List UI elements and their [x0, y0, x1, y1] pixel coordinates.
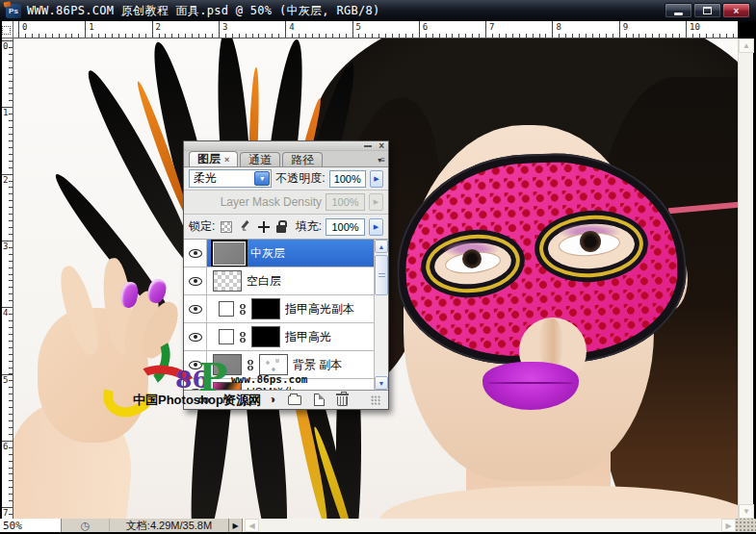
- ruler-major-tick: [285, 21, 286, 38]
- layer-list-scrollbar[interactable]: ▲ ▼: [374, 240, 388, 390]
- tab-paths[interactable]: 路径: [282, 152, 323, 166]
- maximize-icon: [703, 7, 712, 14]
- close-button[interactable]: ×: [722, 3, 750, 18]
- layer-thumbnail[interactable]: [219, 301, 234, 317]
- lock-position-icon[interactable]: [258, 221, 270, 233]
- ruler-left: 01234567: [2, 38, 13, 519]
- tab-layers-label: 图层: [197, 151, 221, 167]
- layer-row-main[interactable]: 中灰层: [207, 240, 374, 267]
- lock-label: 锁定:: [189, 218, 215, 235]
- blend-mode-select[interactable]: 柔光 ▼: [189, 169, 272, 188]
- eye-icon[interactable]: [189, 249, 202, 258]
- lock-transparency-icon[interactable]: [221, 221, 232, 233]
- title-bar[interactable]: Ps WWW.86PS.COM 原创教程 面具.psd @ 50% (中灰层, …: [0, 0, 756, 21]
- canvas-vertical-scrollbar[interactable]: ▲ ▼: [738, 38, 753, 519]
- layer-mask-thumbnail[interactable]: [259, 354, 288, 375]
- panel-resize-grip[interactable]: [371, 395, 380, 405]
- visibility-cell[interactable]: [184, 295, 207, 322]
- ruler-number: 4: [3, 308, 8, 318]
- version-cue-icon[interactable]: ◷: [62, 519, 110, 532]
- tab-channels[interactable]: 通道: [240, 152, 280, 166]
- scrollbar-thumb[interactable]: [375, 255, 388, 295]
- scroll-up-button[interactable]: ▲: [739, 38, 754, 53]
- layer-row[interactable]: 中灰层: [184, 240, 374, 267]
- visibility-cell[interactable]: [184, 240, 207, 267]
- maximize-button[interactable]: [693, 3, 721, 18]
- photoshop-window: Ps WWW.86PS.COM 原创教程 面具.psd @ 50% (中灰层, …: [0, 0, 756, 534]
- chevron-up-icon: ▲: [378, 243, 385, 250]
- photoshop-app-icon: Ps: [6, 4, 21, 18]
- blend-mode-value: 柔光: [194, 170, 217, 187]
- ruler-major-tick: [485, 21, 486, 38]
- layer-name[interactable]: 指甲高光副本: [285, 301, 354, 318]
- layer-row-main[interactable]: 指甲高光副本: [207, 295, 374, 322]
- mask-density-row: Layer Mask Density 100% ▶: [184, 191, 388, 215]
- layer-thumbnail[interactable]: [213, 242, 246, 266]
- layer-thumbnail[interactable]: [219, 329, 234, 344]
- ruler-top: 012345678910: [13, 21, 738, 38]
- opacity-slider-button[interactable]: ▶: [370, 170, 383, 188]
- status-bar: 50% ◷ 文档:4.29M/35.8M ▶ ◀ ▶: [0, 519, 756, 532]
- zoom-level-field[interactable]: 50%: [0, 519, 62, 532]
- eye-icon[interactable]: [189, 305, 202, 314]
- layer-name[interactable]: 空白层: [247, 273, 281, 290]
- ruler-number: 4: [289, 22, 294, 32]
- layer-row-main[interactable]: 指甲高光: [207, 323, 374, 350]
- link-mask-icon[interactable]: [247, 358, 254, 372]
- adjustment-layer-icon[interactable]: ◑: [269, 394, 275, 405]
- link-mask-icon[interactable]: [239, 302, 247, 317]
- panel-header[interactable]: ×: [184, 141, 388, 151]
- layer-mask-thumbnail[interactable]: [251, 326, 280, 347]
- scroll-down-button[interactable]: ▼: [739, 504, 754, 519]
- layer-name[interactable]: 背景 副本: [293, 357, 342, 373]
- window-title: WWW.86PS.COM 原创教程 面具.psd @ 50% (中灰层, RGB…: [27, 3, 665, 19]
- new-group-icon[interactable]: [288, 395, 301, 405]
- panel-minimize-icon[interactable]: [364, 145, 372, 147]
- link-mask-icon[interactable]: [239, 330, 247, 344]
- ruler-number: 6: [3, 442, 8, 451]
- ruler-number: 10: [690, 22, 700, 32]
- scroll-down-button[interactable]: ▼: [375, 376, 388, 390]
- minimize-button[interactable]: [665, 3, 692, 18]
- ruler-origin-box[interactable]: [2, 21, 13, 38]
- lock-paint-icon[interactable]: [239, 220, 251, 233]
- scroll-left-button[interactable]: ◀: [245, 519, 259, 532]
- ruler-major-tick: [18, 21, 19, 38]
- opacity-field[interactable]: 100%: [329, 170, 366, 188]
- layer-row[interactable]: 指甲高光副本: [184, 295, 374, 323]
- ruler-major-tick: [152, 21, 153, 38]
- eye-icon[interactable]: [189, 277, 202, 286]
- mask-density-field: 100%: [326, 193, 365, 211]
- status-flyout-button[interactable]: ▶: [229, 519, 243, 532]
- fill-field[interactable]: 100%: [326, 218, 365, 236]
- ruler-number: 2: [3, 175, 8, 185]
- tab-close-icon[interactable]: ×: [224, 155, 229, 165]
- layer-row-main[interactable]: 空白层: [207, 267, 374, 294]
- visibility-cell[interactable]: [184, 267, 207, 294]
- combo-arrow-icon[interactable]: ▼: [254, 171, 270, 186]
- panel-menu-icon[interactable]: ▾≡: [378, 156, 384, 165]
- layer-thumbnail[interactable]: [213, 270, 242, 292]
- lock-all-icon[interactable]: [276, 225, 286, 233]
- scroll-up-button[interactable]: ▲: [375, 240, 388, 253]
- blend-mode-row: 柔光 ▼ 不透明度: 100% ▶: [184, 167, 388, 191]
- layer-row[interactable]: 指甲高光: [184, 323, 374, 351]
- fill-slider-button[interactable]: ▶: [369, 218, 383, 236]
- scroll-right-button[interactable]: ▶: [721, 519, 736, 532]
- tab-paths-label: 路径: [291, 152, 314, 168]
- delete-layer-icon[interactable]: [337, 396, 348, 406]
- ruler-number: 3: [3, 242, 8, 251]
- chevron-down-icon: ▼: [378, 380, 385, 387]
- ruler-number: 9: [623, 22, 628, 32]
- layer-row[interactable]: 空白层: [184, 267, 374, 295]
- window-resize-grip[interactable]: [736, 519, 756, 532]
- photo-lip-line: [487, 382, 574, 384]
- ruler-number: 1: [89, 22, 93, 32]
- new-layer-icon[interactable]: [314, 394, 325, 406]
- layer-name[interactable]: 指甲高光: [285, 329, 331, 345]
- panel-close-icon[interactable]: ×: [378, 143, 384, 149]
- layer-mask-thumbnail[interactable]: [251, 298, 280, 319]
- tab-layers[interactable]: 图层 ×: [189, 151, 238, 166]
- layer-name[interactable]: 中灰层: [250, 245, 285, 262]
- canvas-horizontal-scrollbar[interactable]: ◀ ▶: [243, 519, 736, 532]
